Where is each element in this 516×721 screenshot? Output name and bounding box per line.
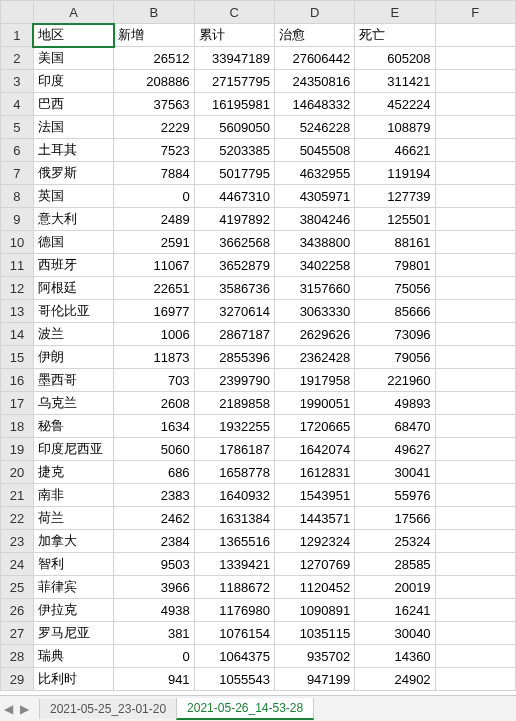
cell-E22[interactable]: 17566 — [355, 507, 435, 530]
cell-E15[interactable]: 79056 — [355, 346, 435, 369]
cell-B16[interactable]: 703 — [114, 369, 194, 392]
cell-D26[interactable]: 1090891 — [274, 599, 354, 622]
cell-A23[interactable]: 加拿大 — [33, 530, 113, 553]
cell-D27[interactable]: 1035115 — [274, 622, 354, 645]
col-header-F[interactable]: F — [435, 1, 515, 24]
corner-cell[interactable] — [1, 1, 34, 24]
row-header-24[interactable]: 24 — [1, 553, 34, 576]
cell-F28[interactable] — [435, 645, 515, 668]
cell-E16[interactable]: 221960 — [355, 369, 435, 392]
row-header-6[interactable]: 6 — [1, 139, 34, 162]
cell-F8[interactable] — [435, 185, 515, 208]
cell-B24[interactable]: 9503 — [114, 553, 194, 576]
cell-E25[interactable]: 20019 — [355, 576, 435, 599]
cell-D22[interactable]: 1443571 — [274, 507, 354, 530]
cell-E2[interactable]: 605208 — [355, 47, 435, 70]
cell-F7[interactable] — [435, 162, 515, 185]
cell-C20[interactable]: 1658778 — [194, 461, 274, 484]
cell-C17[interactable]: 2189858 — [194, 392, 274, 415]
row-header-29[interactable]: 29 — [1, 668, 34, 691]
cell-F6[interactable] — [435, 139, 515, 162]
cell-D20[interactable]: 1612831 — [274, 461, 354, 484]
cell-B27[interactable]: 381 — [114, 622, 194, 645]
row-header-11[interactable]: 11 — [1, 254, 34, 277]
row-header-12[interactable]: 12 — [1, 277, 34, 300]
cell-F4[interactable] — [435, 93, 515, 116]
cell-E8[interactable]: 127739 — [355, 185, 435, 208]
cell-A19[interactable]: 印度尼西亚 — [33, 438, 113, 461]
cell-D1[interactable]: 治愈 — [274, 24, 354, 47]
cell-E13[interactable]: 85666 — [355, 300, 435, 323]
cell-D10[interactable]: 3438800 — [274, 231, 354, 254]
col-header-E[interactable]: E — [355, 1, 435, 24]
cell-E7[interactable]: 119194 — [355, 162, 435, 185]
cell-A15[interactable]: 伊朗 — [33, 346, 113, 369]
cell-F19[interactable] — [435, 438, 515, 461]
cell-A1[interactable]: 地区 — [33, 24, 113, 47]
row-header-5[interactable]: 5 — [1, 116, 34, 139]
sheet-tab-0[interactable]: 2021-05-25_23-01-20 — [39, 699, 177, 719]
cell-A28[interactable]: 瑞典 — [33, 645, 113, 668]
cell-C25[interactable]: 1188672 — [194, 576, 274, 599]
cell-B1[interactable]: 新增 — [114, 24, 194, 47]
cell-E4[interactable]: 452224 — [355, 93, 435, 116]
cell-B17[interactable]: 2608 — [114, 392, 194, 415]
cell-B12[interactable]: 22651 — [114, 277, 194, 300]
cell-A13[interactable]: 哥伦比亚 — [33, 300, 113, 323]
cell-D25[interactable]: 1120452 — [274, 576, 354, 599]
row-header-18[interactable]: 18 — [1, 415, 34, 438]
cell-C21[interactable]: 1640932 — [194, 484, 274, 507]
cell-C7[interactable]: 5017795 — [194, 162, 274, 185]
cell-D11[interactable]: 3402258 — [274, 254, 354, 277]
cell-B8[interactable]: 0 — [114, 185, 194, 208]
cell-B2[interactable]: 26512 — [114, 47, 194, 70]
cell-D16[interactable]: 1917958 — [274, 369, 354, 392]
cell-C8[interactable]: 4467310 — [194, 185, 274, 208]
cell-A14[interactable]: 波兰 — [33, 323, 113, 346]
cell-A26[interactable]: 伊拉克 — [33, 599, 113, 622]
cell-F25[interactable] — [435, 576, 515, 599]
cell-E11[interactable]: 79801 — [355, 254, 435, 277]
cell-D12[interactable]: 3157660 — [274, 277, 354, 300]
cell-B26[interactable]: 4938 — [114, 599, 194, 622]
cell-D5[interactable]: 5246228 — [274, 116, 354, 139]
cell-A10[interactable]: 德国 — [33, 231, 113, 254]
col-header-C[interactable]: C — [194, 1, 274, 24]
cell-B14[interactable]: 1006 — [114, 323, 194, 346]
cell-D4[interactable]: 14648332 — [274, 93, 354, 116]
cell-F27[interactable] — [435, 622, 515, 645]
spreadsheet-grid[interactable]: ABCDEF 1地区新增累计治愈死亡2美国2651233947189276064… — [0, 0, 516, 695]
cell-B6[interactable]: 7523 — [114, 139, 194, 162]
row-header-22[interactable]: 22 — [1, 507, 34, 530]
row-header-15[interactable]: 15 — [1, 346, 34, 369]
cell-B22[interactable]: 2462 — [114, 507, 194, 530]
cell-A22[interactable]: 荷兰 — [33, 507, 113, 530]
cell-E5[interactable]: 108879 — [355, 116, 435, 139]
cell-D9[interactable]: 3804246 — [274, 208, 354, 231]
cell-B20[interactable]: 686 — [114, 461, 194, 484]
cell-D23[interactable]: 1292324 — [274, 530, 354, 553]
cell-B25[interactable]: 3966 — [114, 576, 194, 599]
cell-A12[interactable]: 阿根廷 — [33, 277, 113, 300]
cell-D28[interactable]: 935702 — [274, 645, 354, 668]
row-header-4[interactable]: 4 — [1, 93, 34, 116]
cell-F23[interactable] — [435, 530, 515, 553]
row-header-20[interactable]: 20 — [1, 461, 34, 484]
row-header-19[interactable]: 19 — [1, 438, 34, 461]
cell-A9[interactable]: 意大利 — [33, 208, 113, 231]
row-header-7[interactable]: 7 — [1, 162, 34, 185]
row-header-1[interactable]: 1 — [1, 24, 34, 47]
cell-D24[interactable]: 1270769 — [274, 553, 354, 576]
cell-F3[interactable] — [435, 70, 515, 93]
cell-B3[interactable]: 208886 — [114, 70, 194, 93]
cell-B15[interactable]: 11873 — [114, 346, 194, 369]
cell-F9[interactable] — [435, 208, 515, 231]
cell-E26[interactable]: 16241 — [355, 599, 435, 622]
col-header-A[interactable]: A — [33, 1, 113, 24]
cell-C5[interactable]: 5609050 — [194, 116, 274, 139]
row-header-21[interactable]: 21 — [1, 484, 34, 507]
cell-C6[interactable]: 5203385 — [194, 139, 274, 162]
cell-F10[interactable] — [435, 231, 515, 254]
row-header-28[interactable]: 28 — [1, 645, 34, 668]
cell-C2[interactable]: 33947189 — [194, 47, 274, 70]
